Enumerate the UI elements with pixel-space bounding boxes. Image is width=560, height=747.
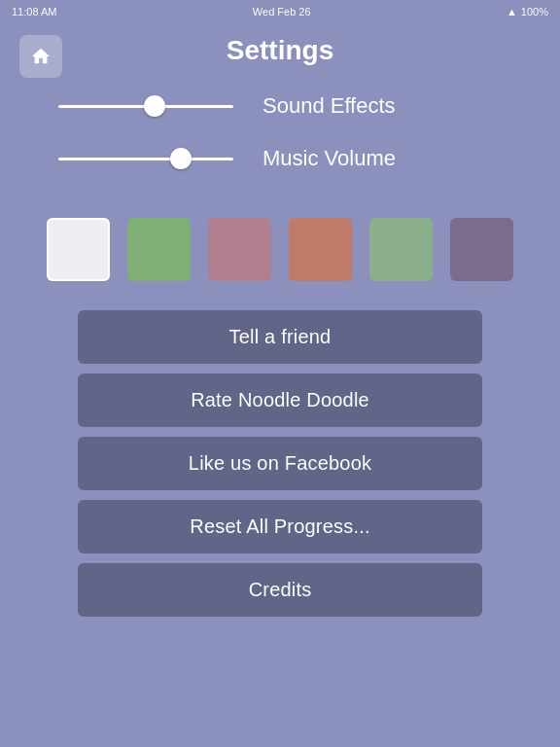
page-title: Settings	[227, 35, 333, 66]
reset-button[interactable]: Reset All Progress...	[78, 500, 482, 553]
color-swatches	[0, 208, 560, 301]
sound-effects-label: Sound Effects	[262, 93, 396, 119]
credits-button[interactable]: Credits	[78, 563, 482, 617]
wifi-icon: ▲	[507, 6, 517, 18]
status-bar: 11:08 AM Wed Feb 26 ▲ 100%	[0, 0, 560, 23]
music-volume-row: Music Volume	[58, 146, 502, 171]
home-button[interactable]	[19, 35, 62, 78]
tell-friend-button[interactable]: Tell a friend	[78, 310, 482, 364]
facebook-button[interactable]: Like us on Facebook	[78, 437, 482, 490]
rate-app-button[interactable]: Rate Noodle Doodle	[78, 374, 482, 427]
status-right: ▲ 100%	[507, 6, 548, 18]
buttons-section: Tell a friendRate Noodle DoodleLike us o…	[0, 301, 560, 626]
swatch-white[interactable]	[47, 218, 110, 281]
slider-track-2	[58, 158, 233, 160]
header: Settings	[0, 23, 560, 74]
music-volume-slider[interactable]	[58, 149, 233, 168]
slider-track	[58, 105, 233, 108]
swatch-purple[interactable]	[450, 218, 513, 281]
battery-icon: 100%	[521, 6, 548, 18]
slider-thumb-2[interactable]	[170, 148, 192, 169]
home-icon	[30, 46, 52, 67]
sound-effects-slider[interactable]	[58, 96, 233, 116]
status-time: 11:08 AM	[12, 6, 56, 18]
sliders-section: Sound Effects Music Volume	[0, 74, 560, 208]
status-date: Wed Feb 26	[253, 6, 311, 18]
swatch-sage[interactable]	[369, 218, 433, 281]
sound-effects-row: Sound Effects	[58, 93, 502, 119]
swatch-mauve[interactable]	[208, 218, 271, 281]
music-volume-label: Music Volume	[262, 146, 396, 171]
swatch-salmon[interactable]	[289, 218, 352, 281]
swatch-green[interactable]	[127, 218, 191, 281]
slider-thumb[interactable]	[144, 95, 165, 117]
